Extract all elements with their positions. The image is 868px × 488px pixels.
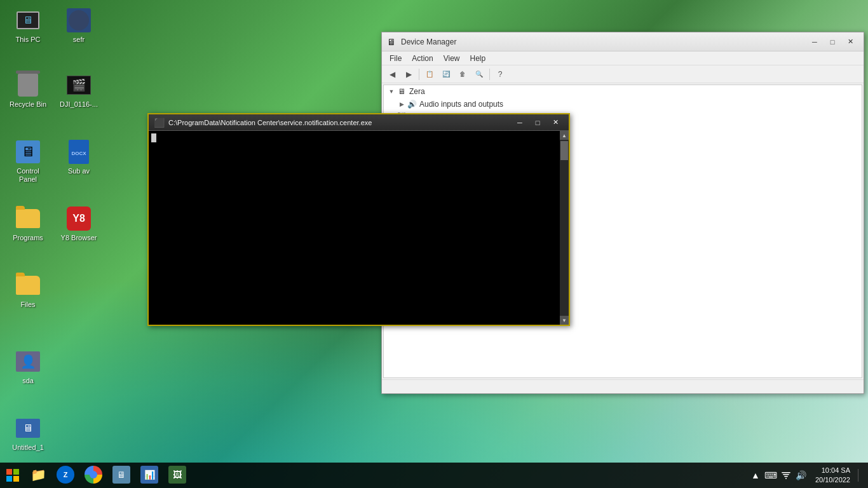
cmd-minimize-button[interactable]: ─	[512, 116, 528, 129]
y8-icon: Y8	[66, 206, 92, 231]
device-manager-title-icon: 🖥	[387, 37, 397, 47]
start-button[interactable]	[0, 463, 25, 488]
taskbar-zalo[interactable]: Z	[51, 463, 79, 488]
computer-icon: 🖥	[397, 86, 407, 97]
taskbar-tray: ▲ ⌨ 🔊 10:04 SA 20/10/2022	[744, 463, 868, 488]
taskbar-items: 📁 Z 🖥 📊 🖼	[25, 463, 744, 488]
file-explorer-icon: 📁	[31, 467, 46, 482]
toolbar-forward-button[interactable]: ▶	[401, 67, 416, 81]
svg-rect-3	[785, 478, 787, 479]
toolbar-scan-button[interactable]: 🔍	[471, 67, 487, 81]
tree-audio-label: Audio inputs and outputs	[419, 100, 503, 109]
sub-av-label: Sub av	[68, 167, 90, 175]
toolbar-back-button[interactable]: ◀	[384, 67, 400, 81]
task1-icon: 📊	[140, 466, 158, 484]
cmd-scrollbar[interactable]: ▲ ▼	[560, 131, 569, 325]
zalo-icon: Z	[57, 466, 74, 484]
toolbar-help-button[interactable]: ?	[492, 67, 508, 81]
desktop-icon-untitled1[interactable]: 🖥 Untitled_1	[5, 413, 51, 454]
toolbar-properties-button[interactable]: 📋	[422, 67, 437, 81]
menu-action[interactable]: Action	[407, 53, 438, 64]
programs-label: Programs	[13, 234, 43, 242]
tray-volume[interactable]: 🔊	[795, 469, 808, 482]
tray-keyboard[interactable]: ⌨	[764, 469, 777, 482]
chrome-icon	[85, 466, 102, 484]
system-clock[interactable]: 10:04 SA 20/10/2022	[810, 466, 855, 485]
svg-rect-1	[783, 474, 789, 475]
sefr-label: sefr	[73, 36, 85, 44]
menu-help[interactable]: Help	[465, 53, 491, 64]
cmd-maximize-button[interactable]: □	[529, 116, 546, 129]
desktop-icon-files[interactable]: Files	[5, 270, 51, 311]
clock-time: 10:04 SA	[815, 466, 850, 475]
control-panel-icon: 🖥	[15, 139, 41, 165]
desktop-icon-control-panel[interactable]: 🖥 Control Panel	[5, 137, 51, 186]
y8-label: Y8 Browser	[61, 234, 97, 242]
task2-icon: 🖼	[168, 466, 186, 484]
cmd-controls: ─ □ ✕	[512, 116, 564, 129]
desktop-icon-dji[interactable]: 🎬 DJI_0116-...	[56, 70, 102, 111]
this-pc-icon: 🖥	[15, 8, 41, 33]
sda-label: sda	[22, 377, 34, 385]
device-manager-close-button[interactable]: ✕	[842, 36, 858, 48]
untitled1-icon: 🖥	[15, 416, 41, 441]
recycle-bin-label: Recycle Bin	[10, 100, 46, 109]
taskbar-task1[interactable]: 📊	[135, 463, 163, 488]
taskbar-remote-desktop[interactable]: 🖥	[107, 463, 135, 488]
svg-rect-0	[782, 472, 790, 473]
tray-network[interactable]	[780, 469, 792, 482]
desktop-icon-sefr[interactable]: sefr	[56, 5, 102, 46]
cmd-content[interactable]: ▲ ▼	[149, 131, 569, 325]
desktop-icon-this-pc[interactable]: 🖥 This PC	[5, 5, 51, 46]
taskbar-file-explorer[interactable]: 📁	[25, 463, 51, 488]
clock-date: 20/10/2022	[815, 475, 850, 485]
tray-up-arrow[interactable]: ▲	[749, 469, 762, 482]
cmd-close-button[interactable]: ✕	[547, 116, 564, 129]
root-toggle[interactable]: ▼	[386, 86, 397, 97]
device-manager-statusbar	[382, 379, 864, 393]
device-manager-controls: ─ □ ✕	[806, 36, 858, 48]
desktop: 🖥 This PC sefr Recycle Bin 🎬 DJI_0116-..…	[0, 0, 868, 488]
device-manager-toolbar: ◀ ▶ 📋 🔄 🗑 🔍 ?	[382, 65, 864, 83]
recycle-bin-icon	[15, 72, 41, 98]
audio-toggle[interactable]: ▶	[397, 99, 407, 109]
toolbar-separator-2	[489, 69, 490, 80]
cmd-window: ⬛ C:\ProgramData\Notification Center\ser…	[147, 113, 570, 326]
menu-file[interactable]: File	[384, 53, 407, 64]
cmd-scroll-up[interactable]: ▲	[560, 131, 569, 140]
tray-show-desktop[interactable]	[858, 469, 863, 482]
remote-desktop-icon: 🖥	[112, 466, 130, 484]
menu-view[interactable]: View	[438, 53, 465, 64]
cmd-titlebar[interactable]: ⬛ C:\ProgramData\Notification Center\ser…	[149, 114, 569, 131]
tree-root-label: Zera	[409, 87, 425, 96]
device-manager-titlebar[interactable]: 🖥 Device Manager ─ □ ✕	[382, 32, 864, 51]
device-manager-title: Device Manager	[401, 37, 806, 46]
tree-audio[interactable]: ▶ 🔊 Audio inputs and outputs	[384, 98, 862, 111]
dji-icon: 🎬	[66, 72, 92, 98]
toolbar-update-button[interactable]: 🔄	[438, 67, 454, 81]
taskbar-task2[interactable]: 🖼	[163, 463, 191, 488]
desktop-icon-y8[interactable]: Y8 Y8 Browser	[56, 203, 102, 245]
network-icon	[780, 470, 792, 481]
toolbar-uninstall-button[interactable]: 🗑	[455, 67, 470, 81]
sda-icon: 👤	[15, 349, 41, 374]
desktop-icon-programs[interactable]: Programs	[5, 203, 51, 245]
tree-root[interactable]: ▼ 🖥 Zera	[384, 85, 862, 98]
cmd-title: C:\ProgramData\Notification Center\servi…	[168, 119, 512, 126]
untitled1-label: Untitled_1	[12, 444, 44, 452]
desktop-icon-recycle-bin[interactable]: Recycle Bin	[5, 70, 51, 111]
desktop-icon-sda[interactable]: 👤 sda	[5, 346, 51, 388]
toolbar-separator-1	[419, 69, 419, 80]
device-manager-maximize-button[interactable]: □	[824, 36, 841, 48]
files-label: Files	[20, 301, 35, 309]
taskbar: 📁 Z 🖥 📊 🖼 ▲ ⌨	[0, 463, 868, 488]
control-panel-label: Control Panel	[8, 167, 48, 184]
cmd-scroll-thumb[interactable]	[560, 141, 568, 160]
desktop-icon-sub-av[interactable]: DOCX Sub av	[56, 137, 102, 178]
device-manager-minimize-button[interactable]: ─	[806, 36, 823, 48]
cmd-scroll-down[interactable]: ▼	[560, 316, 569, 325]
files-folder-icon	[15, 273, 41, 298]
this-pc-label: This PC	[15, 36, 40, 44]
taskbar-chrome[interactable]	[79, 463, 107, 488]
programs-folder-icon	[15, 206, 41, 231]
